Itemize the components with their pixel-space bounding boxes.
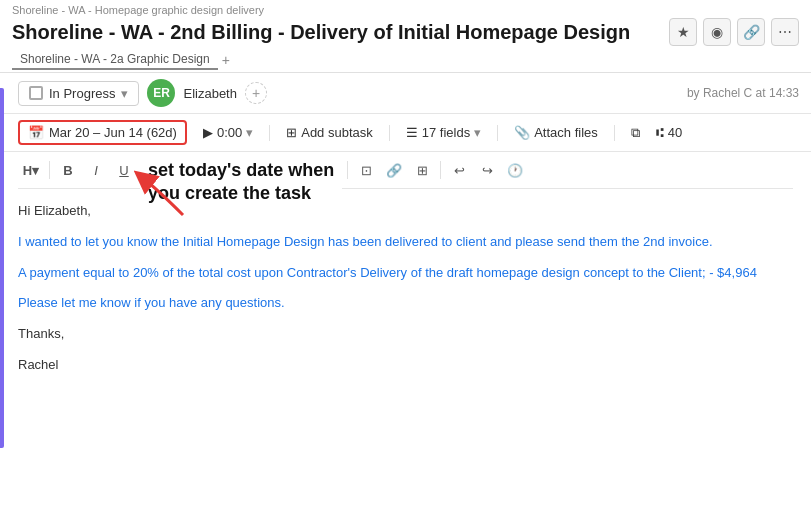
image-button[interactable]: ⊡ (353, 158, 379, 182)
paperclip-icon: 📎 (514, 125, 530, 140)
para2: A payment equal to 20% of the total cost… (18, 263, 793, 284)
fmt-sep-1 (49, 161, 50, 179)
indent-increase-button[interactable]: ⇥ (316, 158, 342, 182)
content-area: Hi Elizabeth, I wanted to let you know t… (18, 189, 793, 376)
para1-text: I wanted to let you know the Initial Hom… (18, 234, 713, 249)
greeting: Hi Elizabeth, (18, 201, 793, 222)
fields-label: 17 fields (422, 125, 470, 140)
fmt-sep-4 (440, 161, 441, 179)
closing2: Rachel (18, 355, 793, 376)
status-chevron-icon: ▾ (121, 86, 128, 101)
rss-button[interactable]: ◉ (703, 18, 731, 46)
tab-graphic-design[interactable]: Shoreline - WA - 2a Graphic Design (12, 50, 218, 70)
toolbar-row: In Progress ▾ ER Elizabeth + by Rachel C… (0, 73, 811, 114)
closing1: Thanks, (18, 324, 793, 345)
copy-icon: ⧉ (631, 125, 640, 141)
status-button[interactable]: In Progress ▾ (18, 81, 139, 106)
fmt-sep-3 (347, 161, 348, 179)
assignee-label: Elizabeth (183, 86, 236, 101)
tab-add-button[interactable]: + (218, 52, 234, 68)
timer-value: 0:00 (217, 125, 242, 140)
table-button[interactable]: ⊞ (409, 158, 435, 182)
undo-button[interactable]: ↩ (446, 158, 472, 182)
para3-text: Please let me know if you have any quest… (18, 295, 285, 310)
clock-button[interactable]: 🕐 (502, 158, 528, 182)
hyperlink-button[interactable]: 🔗 (381, 158, 407, 182)
fields-icon: ☰ (406, 125, 418, 140)
attach-files-button[interactable]: 📎 Attach files (514, 125, 598, 140)
status-square-icon (29, 86, 43, 100)
play-icon: ▶ (203, 125, 213, 140)
bold-button[interactable]: B (55, 158, 81, 182)
more-button[interactable]: ⋯ (771, 18, 799, 46)
share-icon: ⑆ (656, 125, 664, 140)
separator-3 (497, 125, 498, 141)
copy-button[interactable]: ⧉ (631, 125, 640, 141)
para2-text: A payment equal to 20% of the total cost… (18, 265, 757, 280)
top-bar: Shoreline - WA - Homepage graphic design… (0, 0, 811, 73)
font-color-button[interactable]: A (167, 158, 193, 182)
separator-2 (389, 125, 390, 141)
underline-button[interactable]: U (111, 158, 137, 182)
add-subtask-label: Add subtask (301, 125, 373, 140)
calendar-icon: 📅 (28, 125, 44, 140)
title-icons: ★ ◉ 🔗 ⋯ (669, 18, 799, 46)
star-button[interactable]: ★ (669, 18, 697, 46)
heading-button[interactable]: H▾ (18, 158, 44, 182)
editor-area: H▾ B I U S A ☑ ≣ ≡ ⇤ ⇥ ⊡ 🔗 ⊞ ↩ ↪ 🕐 Hi El… (0, 152, 811, 376)
breadcrumb: Shoreline - WA - Homepage graphic design… (12, 4, 799, 16)
format-bar: H▾ B I U S A ☑ ≣ ≡ ⇤ ⇥ ⊡ 🔗 ⊞ ↩ ↪ 🕐 (18, 152, 793, 189)
share-count: 40 (668, 125, 682, 140)
separator-4 (614, 125, 615, 141)
timer-chevron-icon: ▾ (246, 125, 253, 140)
left-accent-bar (0, 88, 4, 448)
strikethrough-button[interactable]: S (139, 158, 165, 182)
meta-row: 📅 Mar 20 – Jun 14 (62d) ▶ 0:00 ▾ ⊞ Add s… (0, 114, 811, 152)
subtask-icon: ⊞ (286, 125, 297, 140)
avatar-elizabeth[interactable]: ER (147, 79, 175, 107)
link-button[interactable]: 🔗 (737, 18, 765, 46)
share-button[interactable]: ⑆ 40 (656, 125, 682, 140)
fields-chevron-icon: ▾ (474, 125, 481, 140)
tabs-row: Shoreline - WA - 2a Graphic Design + (12, 50, 799, 70)
ordered-list-button[interactable]: ≣ (232, 158, 258, 182)
add-subtask-button[interactable]: ⊞ Add subtask (286, 125, 373, 140)
indent-decrease-button[interactable]: ⇤ (288, 158, 314, 182)
para3: Please let me know if you have any quest… (18, 293, 793, 314)
by-author-label: by Rachel C at 14:33 (687, 86, 799, 100)
fields-button[interactable]: ☰ 17 fields ▾ (406, 125, 481, 140)
add-assignee-button[interactable]: + (245, 82, 267, 104)
main-title: Shoreline - WA - 2nd Billing - Delivery … (12, 21, 669, 44)
checkbox-button[interactable]: ☑ (204, 158, 230, 182)
redo-button[interactable]: ↪ (474, 158, 500, 182)
date-range-label: Mar 20 – Jun 14 (62d) (49, 125, 177, 140)
attach-files-label: Attach files (534, 125, 598, 140)
date-range-button[interactable]: 📅 Mar 20 – Jun 14 (62d) (18, 120, 187, 145)
italic-button[interactable]: I (83, 158, 109, 182)
separator-1 (269, 125, 270, 141)
fmt-sep-2 (198, 161, 199, 179)
timer-button[interactable]: ▶ 0:00 ▾ (203, 125, 253, 140)
para1: I wanted to let you know the Initial Hom… (18, 232, 793, 253)
status-label: In Progress (49, 86, 115, 101)
unordered-list-button[interactable]: ≡ (260, 158, 286, 182)
